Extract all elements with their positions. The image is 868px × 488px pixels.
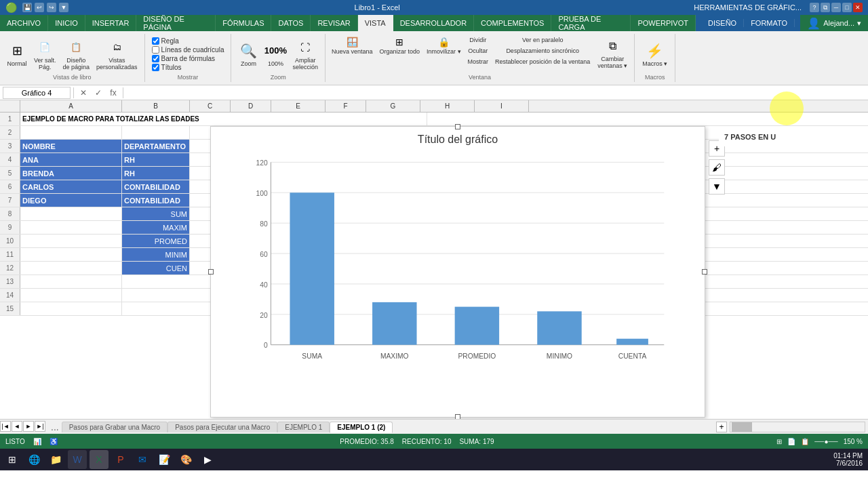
cell-a1[interactable]: EJEMPLO DE MACRO PARA TOTALIZAR LAS EDAD… <box>20 113 427 125</box>
col-header-g[interactable]: G <box>366 100 420 112</box>
start-button[interactable]: ⊞ <box>3 450 22 469</box>
cell-a6[interactable]: CARLOS <box>20 180 122 193</box>
help-icon[interactable]: ? <box>810 3 819 12</box>
user-name[interactable]: Alejand... <box>823 19 854 27</box>
cell-b4[interactable]: RH <box>122 153 190 166</box>
tab-prueba[interactable]: PRUEBA DE CARGA <box>551 15 631 31</box>
cell-b2[interactable] <box>122 126 190 139</box>
formula-input[interactable] <box>126 87 865 99</box>
cell-a3[interactable]: NOMBRE <box>20 140 122 152</box>
tab-inicio[interactable]: INICIO <box>48 15 85 31</box>
tab-formulas[interactable]: FÓRMULAS <box>216 15 271 31</box>
taskbar-paint[interactable]: 🎨 <box>176 450 195 469</box>
tab-datos[interactable]: DATOS <box>271 15 311 31</box>
cell-a15[interactable] <box>20 302 122 315</box>
sheet-nav-last-btn[interactable]: ►| <box>35 421 45 432</box>
tab-insertar[interactable]: INSERTAR <box>85 15 137 31</box>
view-pagebreak-btn[interactable]: 📋 <box>801 438 809 445</box>
cell-b10[interactable]: PROMED <box>122 235 190 247</box>
cell-a10[interactable] <box>20 235 122 247</box>
col-header-f[interactable]: F <box>326 100 366 112</box>
btn-nueva-ventana[interactable]: 🪟 Nueva ventana <box>330 35 375 56</box>
btn-zoom[interactable]: 🔍 Zoom <box>235 40 261 68</box>
btn-ver-salto[interactable]: 📄 Ver salt.Pág. <box>31 37 59 72</box>
sheet-nav-next-btn[interactable]: ► <box>23 421 34 432</box>
cell-a2[interactable] <box>20 126 122 139</box>
taskbar-ie[interactable]: 🌐 <box>24 450 43 469</box>
user-dropdown-icon[interactable]: ▾ <box>857 19 861 28</box>
cell-a8[interactable] <box>20 207 122 220</box>
taskbar-folder[interactable]: 📁 <box>46 450 65 469</box>
chart-container[interactable]: Título del gráfico 120 100 80 60 40 20 0 <box>210 126 705 418</box>
btn-vistas-personalizadas[interactable]: 🗂 Vistaspersonalizadas <box>94 37 140 72</box>
add-sheet-btn[interactable]: + <box>716 422 727 432</box>
btn-zoom-100[interactable]: 100% 100% <box>262 40 288 68</box>
name-box[interactable]: Gráfico 4 <box>3 87 71 99</box>
col-header-i[interactable]: I <box>475 100 529 112</box>
view-normal-btn[interactable]: ⊞ <box>776 438 782 445</box>
check-titulos[interactable]: Títulos <box>152 64 224 71</box>
cell-a14[interactable] <box>20 289 122 302</box>
col-header-d[interactable]: D <box>231 100 271 112</box>
col-header-c[interactable]: C <box>190 100 231 112</box>
check-barra-formulas[interactable]: Barra de fórmulas <box>152 55 224 62</box>
btn-organizar[interactable]: ⊞ Organizar todo <box>378 35 422 56</box>
tab-archivo[interactable]: ARCHIVO <box>0 15 48 31</box>
btn-normal[interactable]: ⊞ Normal <box>4 40 30 68</box>
taskbar-outlook[interactable]: ✉ <box>133 450 152 469</box>
btn-macros[interactable]: ⚡ Macros ▾ <box>639 40 670 68</box>
btn-desplaz-sync[interactable]: Desplazamiento sincrónico <box>493 46 592 56</box>
cell-b5[interactable]: RH <box>122 167 190 180</box>
cell-a4[interactable]: ANA <box>20 153 122 166</box>
taskbar-excel[interactable]: X <box>90 450 108 469</box>
chart-resize-handle-right[interactable] <box>702 269 707 274</box>
cell-a5[interactable]: BRENDA <box>20 167 122 180</box>
minimize-icon[interactable]: ─ <box>831 3 841 12</box>
sheet-tab-pasos-ejecutar[interactable]: Pasos para Ejecutar una Macro <box>167 422 277 432</box>
taskbar-word[interactable]: W <box>68 450 87 469</box>
cell-a9[interactable] <box>20 221 122 234</box>
cell-b3[interactable]: DEPARTAMENTO <box>122 140 190 152</box>
cell-b12[interactable]: CUEN <box>122 262 190 274</box>
view-layout-btn[interactable]: 📄 <box>787 438 795 445</box>
cancel-formula-btn[interactable]: ✕ <box>77 87 90 99</box>
btn-dividir[interactable]: Dividir <box>466 35 491 45</box>
tab-formato-grafico[interactable]: FORMATO <box>744 19 795 27</box>
col-header-h[interactable]: H <box>420 100 475 112</box>
cell-a12[interactable] <box>20 262 122 274</box>
maximize-icon[interactable]: □ <box>842 3 852 12</box>
btn-ampliar[interactable]: ⛶ Ampliarselección <box>290 37 321 72</box>
btn-diseno-pagina[interactable]: 📋 Diseñode página <box>60 37 93 72</box>
confirm-formula-btn[interactable]: ✓ <box>92 87 105 99</box>
cell-a11[interactable] <box>20 248 122 261</box>
save-icon[interactable]: 💾 <box>22 3 32 12</box>
h-scrollbar[interactable] <box>730 422 865 432</box>
sheet-dots-btn[interactable]: ... <box>48 422 62 432</box>
check-lineas[interactable]: Líneas de cuadrícula <box>152 46 224 54</box>
taskbar-onenote[interactable]: 📝 <box>155 450 174 469</box>
taskbar-media[interactable]: ▶ <box>198 450 217 469</box>
cell-a7[interactable]: DIEGO <box>20 194 122 207</box>
col-header-b[interactable]: B <box>122 100 190 112</box>
btn-ver-paralelo[interactable]: Ver en paralelo <box>493 35 592 45</box>
sheet-nav-prev-btn[interactable]: ◄ <box>12 421 22 432</box>
sheet-tab-ejemplo1-2[interactable]: EJEMPLO 1 (2) <box>330 422 393 433</box>
cell-b9[interactable]: MAXIM <box>122 221 190 234</box>
fx-btn[interactable]: fx <box>106 87 120 99</box>
tab-powerpivot[interactable]: POWERPIVOT <box>631 15 696 31</box>
tab-vista[interactable]: VISTA <box>358 15 393 31</box>
chart-filter-btn[interactable]: ▼ <box>709 178 725 195</box>
chart-resize-handle-bottom[interactable] <box>455 414 460 419</box>
taskbar-powerpoint[interactable]: P <box>111 450 130 469</box>
btn-ocultar[interactable]: Ocultar <box>466 46 491 56</box>
zoom-slider[interactable]: ──●── <box>814 438 837 445</box>
cell-b11[interactable]: MINIM <box>122 248 190 261</box>
cell-a13[interactable] <box>20 275 122 288</box>
btn-restablecer[interactable]: Restablecer posición de la ventana <box>493 57 592 66</box>
cell-b6[interactable]: CONTABILIDAD <box>122 180 190 193</box>
tab-complementos[interactable]: COMPLEMENTOS <box>474 15 551 31</box>
ribbon-collapse-icon[interactable]: ⧉ <box>821 3 830 12</box>
close-icon[interactable]: ✕ <box>853 3 863 12</box>
cell-b8[interactable]: SUM <box>122 207 190 220</box>
btn-inmovilizar[interactable]: 🔒 Inmovilizar ▾ <box>425 35 463 56</box>
